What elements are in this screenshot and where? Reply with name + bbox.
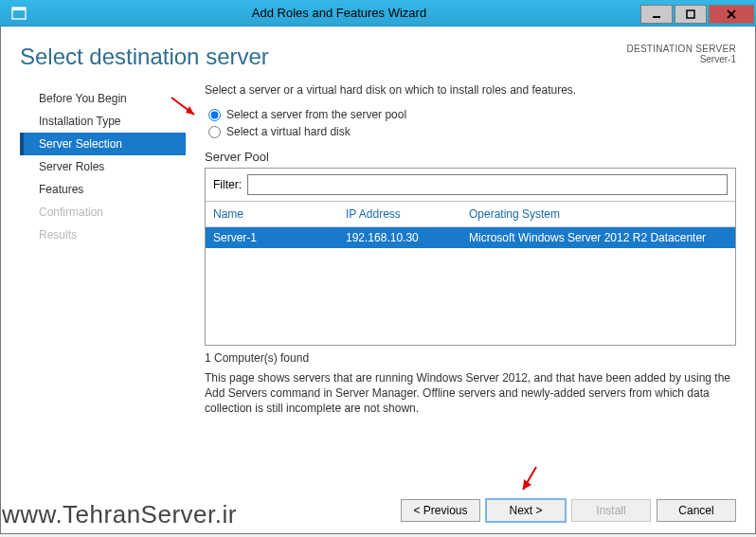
previous-button[interactable]: < Previous [401, 499, 480, 522]
next-button[interactable]: Next > [486, 499, 566, 522]
sidebar-item-confirmation: Confirmation [20, 201, 186, 224]
sidebar-item-installation-type[interactable]: Installation Type [20, 110, 186, 133]
computers-found: 1 Computer(s) found [205, 351, 736, 365]
window-icon [0, 7, 38, 20]
grid-body: Server-1 192.168.10.30 Microsoft Windows… [206, 227, 735, 345]
content: Before You Begin Installation Type Serve… [20, 83, 736, 482]
radio-vhd-input[interactable] [208, 126, 221, 138]
grid-header: Name IP Address Operating System [206, 202, 735, 227]
header: Select destination server DESTINATION SE… [20, 44, 736, 70]
cancel-button[interactable]: Cancel [657, 499, 736, 522]
destination-value: Server-1 [626, 54, 736, 64]
main-panel: Select a server or a virtual hard disk o… [186, 83, 736, 482]
filter-label: Filter: [213, 178, 242, 191]
sidebar-item-before-you-begin[interactable]: Before You Begin [20, 87, 186, 110]
install-button: Install [571, 499, 651, 522]
table-row[interactable]: Server-1 192.168.10.30 Microsoft Windows… [206, 227, 735, 248]
radio-vhd-label: Select a virtual hard disk [226, 125, 351, 138]
col-header-ip[interactable]: IP Address [346, 207, 469, 221]
description-text: This page shows servers that are running… [205, 370, 736, 417]
minimize-button[interactable] [640, 5, 673, 24]
titlebar: Add Roles and Features Wizard [0, 0, 756, 27]
sidebar-item-server-selection[interactable]: Server Selection [20, 133, 186, 155]
sidebar-item-features[interactable]: Features [20, 178, 186, 201]
filter-input[interactable] [247, 174, 728, 195]
col-header-name[interactable]: Name [213, 207, 346, 221]
sidebar-item-results: Results [20, 224, 186, 246]
server-pool-box: Filter: Name IP Address Operating System… [205, 168, 736, 346]
page-title: Select destination server [20, 44, 626, 70]
close-button[interactable] [709, 5, 754, 24]
instruction-text: Select a server or a virtual hard disk o… [205, 83, 736, 97]
destination-block: DESTINATION SERVER Server-1 [626, 44, 736, 64]
radio-server-pool-label: Select a server from the server pool [226, 108, 406, 121]
window-title: Add Roles and Features Wizard [38, 6, 640, 20]
sidebar-item-server-roles[interactable]: Server Roles [20, 155, 186, 178]
svg-rect-1 [12, 8, 26, 10]
watermark: www.TehranServer.ir [2, 500, 237, 529]
cell-os: Microsoft Windows Server 2012 R2 Datacen… [469, 231, 728, 244]
radio-server-pool-input[interactable] [208, 109, 221, 121]
svg-rect-3 [687, 10, 694, 18]
destination-label: DESTINATION SERVER [626, 44, 736, 54]
cell-ip: 192.168.10.30 [346, 231, 469, 244]
svg-marker-7 [186, 106, 194, 115]
filter-bar: Filter: [206, 169, 735, 202]
sidebar: Before You Begin Installation Type Serve… [20, 83, 186, 482]
window-body: Select destination server DESTINATION SE… [0, 27, 756, 534]
window-controls [640, 3, 756, 24]
radio-server-pool[interactable]: Select a server from the server pool [208, 108, 736, 121]
cell-name: Server-1 [213, 231, 346, 244]
col-header-os[interactable]: Operating System [469, 207, 728, 221]
radio-vhd[interactable]: Select a virtual hard disk [208, 125, 736, 138]
maximize-button[interactable] [675, 5, 707, 24]
server-pool-label: Server Pool [205, 150, 736, 164]
